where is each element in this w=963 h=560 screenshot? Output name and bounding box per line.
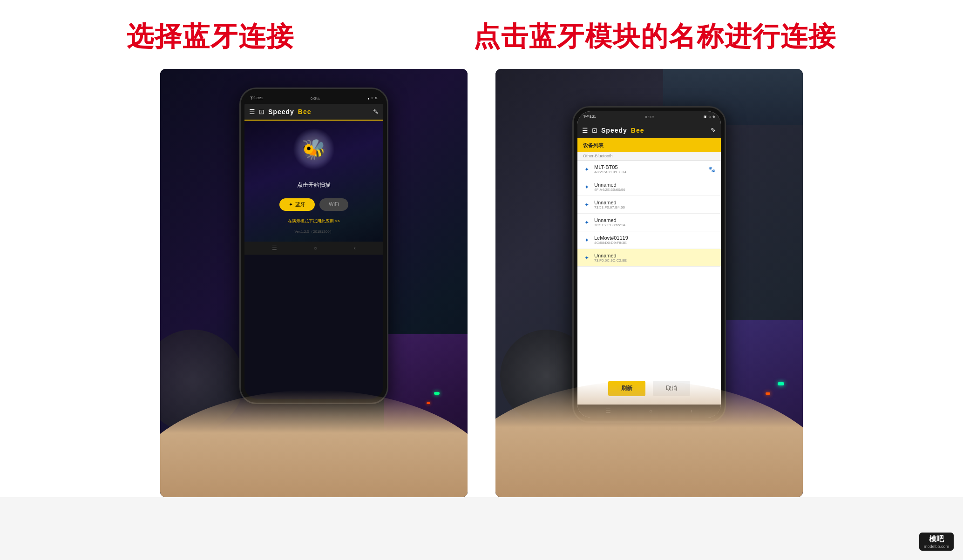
device-info-2: Unnamed 73:53:F0:67:B4:60 [594, 200, 625, 209]
device-name-4: LeMovt#01119 [594, 235, 628, 241]
watermark-sub-text: modelbb.com [924, 544, 949, 549]
watermark: 模吧 modelbb.com [919, 533, 954, 551]
device-list-subheader: Other-Bluetooth [577, 152, 721, 161]
right-status-bar: 下午3:21 0.1K/s ▣ ☆ ⊕ [577, 111, 721, 122]
right-signal: 0.1K/s [645, 115, 654, 119]
heading-left: 选择蓝牙连接 [127, 19, 294, 55]
right-menu-icon[interactable]: ☰ [582, 127, 588, 134]
right-status-time: 下午3:21 [583, 115, 596, 119]
paw-icon-0: 🐾 [708, 166, 715, 173]
connection-buttons: ✦ 蓝牙 WiFi [252, 198, 376, 211]
right-phone-screen: 下午3:21 0.1K/s ▣ ☆ ⊕ ☰ ⊡ Speedy Bee [577, 111, 721, 418]
left-phone: 下午3:21 0.6K/s ♦ ☆ ⊕ ☰ ⊡ Speedy Bee [239, 88, 388, 404]
left-bottom-nav: ☰ ○ ‹ [244, 242, 383, 255]
device-name-0: MLT-BT05 [594, 164, 626, 170]
device-name-1: Unnamed [594, 182, 625, 188]
watermark-brand: 模吧 modelbb.com [924, 534, 949, 549]
device-list-content: ✦ MLT-BT05 A8:21:A3:F0:E7:D4 🐾 ✦ Unnam [577, 161, 721, 267]
device-list-header: 设备列表 [577, 139, 721, 152]
right-app-header: ☰ ⊡ Speedy Bee ✎ [577, 122, 721, 139]
scan-prompt-text: 点击开始扫描 [297, 181, 331, 189]
bt-icon-5: ✦ [583, 255, 590, 261]
device-mac-3: 78:91:7E:B8:65:1A [594, 223, 625, 227]
menu-icon[interactable]: ☰ [249, 108, 255, 115]
left-status-bar: 下午3:21 0.6K/s ♦ ☆ ⊕ [244, 93, 383, 104]
device-mac-0: A8:21:A3:F0:E7:D4 [594, 170, 626, 174]
device-mac-1: 4F:A4:2E:35:60:96 [594, 188, 625, 192]
left-phone-screen: 下午3:21 0.6K/s ♦ ☆ ⊕ ☰ ⊡ Speedy Bee [244, 93, 383, 399]
watermark-brand-text: 模吧 [929, 534, 944, 544]
bt-icon-4: ✦ [583, 237, 590, 243]
bt-icon-2: ✦ [583, 202, 590, 208]
right-status-icons: ▣ ☆ ⊕ [704, 115, 715, 119]
version-text: Ver.1.2.5（20191200） [294, 229, 333, 234]
right-app-logo-bee: Bee [631, 127, 644, 134]
left-status-icons: ♦ ☆ ⊕ [367, 96, 378, 100]
bee-icon-container: 🐝 [293, 128, 335, 170]
device-info-3: Unnamed 78:91:7E:B8:65:1A [594, 217, 625, 227]
device-name-5: Unnamed [594, 253, 627, 258]
device-name-2: Unnamed [594, 200, 625, 205]
nav-back-icon[interactable]: ‹ [354, 245, 356, 251]
device-item-unnamed-542064[interactable]: ✦ Unnamed 73:F0:6C:9C:C2:8E [577, 249, 721, 267]
app-logo-speedy: Speedy [268, 108, 294, 115]
device-info-1: Unnamed 4F:A4:2E:35:60:96 [594, 182, 625, 192]
right-phone: 下午3:21 0.1K/s ▣ ☆ ⊕ ☰ ⊡ Speedy Bee [572, 106, 726, 423]
device-mac-4: 4C:58:D0:D9:F8:3E [594, 241, 628, 245]
right-app-logo-speedy: Speedy [601, 127, 627, 134]
device-item-unnamed-3[interactable]: ✦ Unnamed 78:91:7E:B8:65:1A [577, 214, 721, 231]
device-name-3: Unnamed [594, 217, 625, 223]
right-expand-icon[interactable]: ⊡ [592, 127, 597, 134]
device-item-unnamed-1[interactable]: ✦ Unnamed 4F:A4:2E:35:60:96 [577, 178, 721, 196]
right-photo-wrapper: 下午3:21 0.1K/s ▣ ☆ ⊕ ☰ ⊡ Speedy Bee [495, 69, 803, 497]
bluetooth-icon: ✦ [289, 202, 293, 208]
app-logo-bee: Bee [298, 108, 312, 115]
bee-icon: 🐝 [293, 128, 335, 170]
device-info-4: LeMovt#01119 4C:58:D0:D9:F8:3E [594, 235, 628, 245]
headings-row: 选择蓝牙连接 点击蓝牙模块的名称进行连接 [0, 0, 963, 69]
left-status-time: 下午3:21 [250, 96, 263, 101]
left-app-header: ☰ ⊡ Speedy Bee ✎ [244, 104, 383, 121]
photos-row: 下午3:21 0.6K/s ♦ ☆ ⊕ ☰ ⊡ Speedy Bee [0, 69, 963, 497]
right-edit-icon[interactable]: ✎ [711, 127, 716, 134]
bt-icon-1: ✦ [583, 184, 590, 190]
device-item-unnamed-2[interactable]: ✦ Unnamed 73:53:F0:67:B4:60 [577, 196, 721, 214]
edit-icon[interactable]: ✎ [373, 108, 379, 115]
wifi-button[interactable]: WiFi [319, 198, 348, 211]
left-photo-wrapper: 下午3:21 0.6K/s ♦ ☆ ⊕ ☰ ⊡ Speedy Bee [160, 69, 468, 497]
nav-menu-icon[interactable]: ☰ [272, 245, 277, 251]
demo-link[interactable]: 在演示模式下试用此应用 >> [288, 218, 340, 224]
device-mac-5: 73:F0:6C:9C:C2:8E [594, 258, 627, 263]
left-screen-content: 🐝 点击开始扫描 ✦ 蓝牙 WiFi [244, 121, 383, 242]
device-info-5: Unnamed 73:F0:6C:9C:C2:8E [594, 253, 627, 263]
bluetooth-button[interactable]: ✦ 蓝牙 [279, 198, 315, 211]
device-info-0: MLT-BT05 A8:21:A3:F0:E7:D4 [594, 164, 626, 174]
expand-icon[interactable]: ⊡ [259, 108, 264, 115]
heading-right: 点击蓝牙模块的名称进行连接 [473, 19, 836, 55]
page-container: 选择蓝牙连接 点击蓝牙模块的名称进行连接 [0, 0, 963, 560]
bt-icon-0: ✦ [583, 166, 590, 173]
device-mac-2: 73:53:F0:67:B4:60 [594, 205, 625, 209]
device-item-mlt-bt05[interactable]: ✦ MLT-BT05 A8:21:A3:F0:E7:D4 🐾 [577, 161, 721, 178]
device-item-lemovt[interactable]: ✦ LeMovt#01119 4C:58:D0:D9:F8:3E [577, 231, 721, 249]
nav-home-icon[interactable]: ○ [314, 245, 317, 251]
bt-icon-3: ✦ [583, 219, 590, 226]
left-signal: 0.6K/s [311, 97, 320, 100]
